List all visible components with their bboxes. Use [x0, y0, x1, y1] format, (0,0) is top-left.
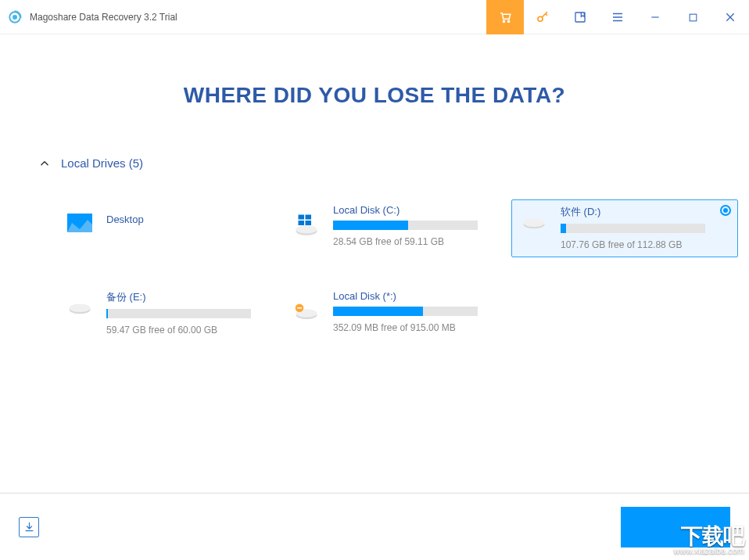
minimize-icon [650, 12, 661, 23]
minimize-button[interactable] [636, 0, 674, 34]
usage-bar [333, 221, 478, 230]
svg-point-1 [13, 15, 17, 20]
drives-grid: DesktopLocal Disk (C:)28.54 GB free of 5… [58, 199, 710, 342]
svg-rect-5 [575, 13, 585, 22]
svg-rect-18 [299, 215, 305, 220]
usage-bar [333, 307, 478, 316]
svg-point-24 [70, 304, 91, 313]
drive-status: 28.54 GB free of 59.11 GB [333, 236, 504, 247]
drive-warn-icon [295, 300, 318, 320]
footer: 下载吧 www.xiazaiba.com [0, 493, 749, 560]
drive-body: Local Disk (C:)28.54 GB free of 59.11 GB [333, 204, 504, 251]
drive-icon-wrap [520, 205, 548, 250]
chevron-up-icon [39, 158, 50, 169]
drive-name: 软件 (D:) [561, 205, 729, 219]
windows-drive-icon [295, 214, 318, 237]
drive-icon [68, 300, 91, 315]
drive-status: 352.09 MB free of 915.00 MB [333, 322, 504, 333]
page-heading: WHERE DID YOU LOSE THE DATA? [0, 83, 749, 108]
drive-body: 备份 (E:)59.47 GB free of 60.00 GB [106, 290, 277, 336]
drive-icon-wrap [66, 290, 94, 336]
drive-icon-wrap [292, 204, 321, 251]
usage-fill [106, 309, 108, 318]
watermark: 下载吧 www.xiazaiba.com [674, 526, 744, 555]
usage-fill [333, 221, 408, 230]
svg-point-2 [503, 20, 504, 22]
svg-point-16 [296, 225, 317, 234]
svg-point-3 [507, 20, 509, 22]
svg-point-4 [538, 16, 543, 21]
bookmark-button[interactable] [561, 0, 599, 34]
selected-radio-icon [720, 205, 731, 216]
svg-rect-10 [690, 14, 697, 21]
section-title: Local Drives (5) [61, 156, 143, 170]
key-button[interactable] [524, 0, 561, 34]
maximize-button[interactable] [674, 0, 711, 34]
drive-item[interactable]: Local Disk (C:)28.54 GB free of 59.11 GB [285, 199, 511, 257]
import-button[interactable] [19, 517, 39, 537]
drive-icon [522, 214, 546, 230]
drive-status: 107.76 GB free of 112.88 GB [561, 239, 729, 250]
drive-icon-wrap [292, 290, 321, 336]
section-header[interactable]: Local Drives (5) [39, 156, 710, 170]
app-title: Magoshare Data Recovery 3.2 Trial [30, 12, 177, 23]
watermark-url: www.xiazaiba.com [674, 546, 744, 555]
drive-body: Local Disk (*:)352.09 MB free of 915.00 … [333, 290, 504, 336]
titlebar: Magoshare Data Recovery 3.2 Trial [0, 0, 749, 34]
usage-fill [561, 224, 566, 233]
svg-point-22 [524, 219, 545, 228]
usage-bar [561, 224, 705, 233]
close-button[interactable] [711, 0, 749, 34]
watermark-text: 下载吧 [674, 526, 744, 546]
usage-bar [106, 309, 251, 318]
drive-name: Local Disk (C:) [333, 204, 504, 216]
close-icon [724, 11, 736, 23]
maximize-icon [688, 13, 698, 23]
drive-item[interactable]: 软件 (D:)107.76 GB free of 112.88 GB [511, 199, 738, 257]
drive-item[interactable]: Local Disk (*:)352.09 MB free of 915.00 … [285, 285, 511, 342]
drive-item[interactable]: 备份 (E:)59.47 GB free of 60.00 GB [58, 285, 285, 342]
drive-name: Local Disk (*:) [333, 290, 504, 302]
app-logo-icon [6, 9, 23, 26]
svg-rect-28 [297, 307, 302, 309]
usage-fill [333, 307, 423, 316]
desktop-icon [67, 214, 92, 232]
drive-name: Desktop [106, 214, 277, 225]
drive-body: Desktop [106, 204, 277, 251]
cart-button[interactable] [486, 0, 524, 34]
drive-icon-wrap [66, 204, 94, 251]
drive-item[interactable]: Desktop [58, 199, 285, 257]
drive-name: 备份 (E:) [106, 290, 277, 304]
titlebar-actions [486, 0, 749, 34]
download-icon [23, 521, 35, 533]
menu-button[interactable] [599, 0, 636, 34]
drive-status: 59.47 GB free of 60.00 GB [106, 325, 277, 336]
key-icon [536, 10, 550, 24]
svg-rect-19 [306, 221, 312, 225]
bookmark-icon [574, 11, 586, 23]
svg-rect-20 [299, 221, 305, 225]
menu-icon [611, 10, 625, 24]
drive-body: 软件 (D:)107.76 GB free of 112.88 GB [561, 205, 729, 250]
cart-icon [498, 10, 512, 24]
drives-section: Local Drives (5) DesktopLocal Disk (C:)2… [0, 156, 749, 342]
svg-rect-17 [306, 215, 312, 220]
